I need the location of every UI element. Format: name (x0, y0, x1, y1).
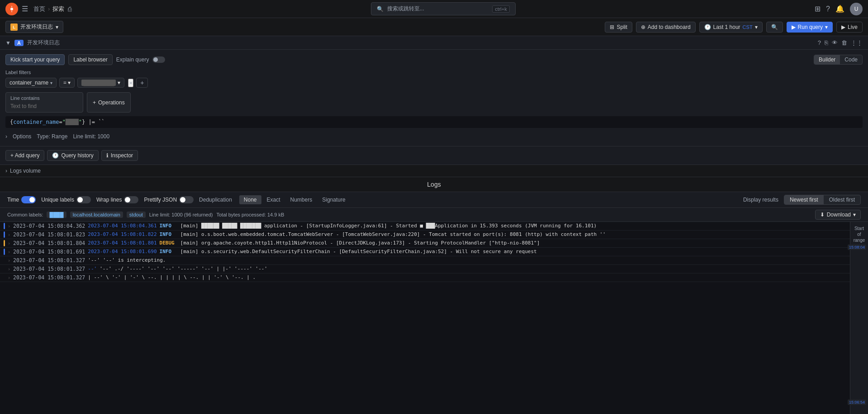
run-query-button[interactable]: ▶ Run query ▾ (787, 22, 833, 33)
code-tab[interactable]: Code (840, 55, 862, 64)
line-contains-label: Line contains (10, 95, 78, 101)
log-entry[interactable]: ›2023-07-04 15:08:01.327 '--' '--' is in… (0, 256, 850, 265)
log-body: '--' .-/ '----' '--' '--' '-----' '--' |… (100, 266, 846, 272)
newest-first-tab[interactable]: Newest first (784, 195, 824, 204)
query-header-right: ? ⎘ 👁 🗑 ⋮⋮ (818, 39, 863, 46)
bell-icon[interactable]: 🔔 (835, 5, 844, 13)
dedup-tab-none[interactable]: None (239, 195, 261, 204)
unique-labels-label: Unique labels (41, 197, 74, 203)
operations-button[interactable]: + Operations (87, 92, 131, 113)
log-expand-icon[interactable]: › (8, 224, 10, 229)
question-icon[interactable]: ? (826, 5, 830, 13)
share-icon[interactable]: ⎙ (68, 5, 71, 13)
operations-plus-icon: + (93, 99, 96, 106)
zoom-out-button[interactable]: 🔍 (766, 22, 783, 33)
add-query-button[interactable]: + Add query (5, 150, 44, 161)
query-actions: + Add query 🕐 Query history ℹ Inspector (0, 146, 868, 165)
builder-tab[interactable]: Builder (814, 55, 840, 64)
breadcrumb-explore[interactable]: 探索 (52, 5, 64, 13)
hamburger-icon[interactable]: ☰ (22, 5, 28, 13)
dedup-tab-exact[interactable]: Exact (262, 195, 285, 204)
log-marker (4, 257, 5, 263)
log-entry[interactable]: ›2023-07-04 15:08:01.327| --' \ '-' | '-… (0, 273, 850, 282)
live-button[interactable]: ▶ Live (836, 22, 863, 33)
options-line-limit: Line limit: 1000 (73, 133, 109, 140)
options-label: Options (13, 133, 31, 140)
log-entry[interactable]: ›2023-07-04 15:08:01.8042023-07-04 15:08… (0, 239, 850, 248)
filter-op-chevron: ▾ (68, 80, 71, 86)
query-datasource-name: 开发环境日志 (27, 39, 60, 47)
filter-key-tag[interactable]: container_name ▾ (5, 78, 57, 88)
time-range-selector[interactable]: 🕐 Last 1 hour CST ▾ (699, 22, 763, 33)
add-to-dashboard-button[interactable]: ⊕ Add to dashboard (636, 22, 696, 33)
kick-start-button[interactable]: Kick start your query (5, 54, 65, 65)
log-entry[interactable]: ›2023-07-04 15:08:01.327--' '--' .-/ '--… (0, 265, 850, 273)
log-entry[interactable]: ›2023-07-04 15:08:01.6912023-07-04 15:08… (0, 248, 850, 256)
log-level: DEBUG (160, 240, 178, 246)
builder-code-switch: Builder Code (814, 55, 863, 65)
copy-icon[interactable]: ⎘ (825, 39, 828, 46)
filter-add-button[interactable]: + (136, 78, 148, 88)
options-row: › Options Type: Range Line limit: 1000 (5, 132, 863, 141)
toolbar-right: ⊞ Split ⊕ Add to dashboard 🕐 Last 1 hour… (605, 22, 863, 33)
log-time: 2023-07-04 15:08:01.823 (13, 231, 85, 238)
logs-volume-header[interactable]: › Logs volume (5, 168, 863, 174)
wrap-lines-label: Wrap lines (96, 197, 122, 203)
log-expand-icon[interactable]: › (8, 258, 10, 263)
log-entry[interactable]: ›2023-07-04 15:08:04.3622023-07-04 15:08… (0, 222, 850, 231)
log-body: [main] org.apache.coyote.http11.Http11Ni… (180, 240, 846, 246)
split-button[interactable]: ⊞ Split (605, 22, 632, 33)
oldest-first-tab[interactable]: Oldest first (824, 195, 860, 204)
filter-value-text: ████████ (81, 80, 116, 86)
live-icon: ▶ (841, 24, 845, 30)
label-filters-label: Label filters (5, 70, 863, 75)
collapse-button[interactable]: ▼ (5, 40, 11, 46)
help-icon[interactable]: ? (818, 39, 821, 46)
query-label: A (14, 40, 24, 46)
download-button[interactable]: ⬇ Download ▾ (815, 210, 861, 220)
datasource-selector[interactable]: L 开发环境日志 ▾ (5, 21, 63, 33)
label-browser-button[interactable]: Label browser (68, 54, 112, 65)
filter-value-chevron: ▾ (118, 80, 120, 86)
meta-tag-3: stdout (127, 212, 146, 218)
search-box[interactable]: 🔍 搜索或跳转至... ctrl+k (371, 2, 516, 15)
query-builder: Kick start your query Label browser Expl… (0, 50, 868, 146)
label-filters-section: Label filters container_name ▾ = ▾ █████… (5, 70, 863, 88)
log-expand-icon[interactable]: › (8, 249, 10, 254)
datasource-name: 开发环境日志 (20, 23, 53, 31)
options-chevron[interactable]: › (5, 133, 7, 140)
time-toggle[interactable] (21, 196, 36, 203)
user-avatar[interactable]: U (850, 3, 863, 15)
wrap-lines-toggle[interactable] (124, 196, 138, 203)
log-entry[interactable]: ›2023-07-04 15:08:01.8232023-07-04 15:08… (0, 231, 850, 239)
unique-labels-toggle[interactable] (76, 196, 91, 203)
log-marker (4, 231, 5, 238)
log-expand-icon[interactable]: › (8, 241, 10, 246)
filter-remove-button[interactable]: × (128, 79, 133, 87)
logs-meta-right: ⬇ Download ▾ (815, 210, 861, 220)
trash-icon[interactable]: 🗑 (841, 39, 847, 46)
timeline-bar: Start of range 15:08:04 15:06:54 (850, 222, 868, 414)
text-to-find-input[interactable] (10, 103, 78, 109)
dedup-tab-signature[interactable]: Signature (318, 195, 350, 204)
query-history-button[interactable]: 🕐 Query history (47, 150, 98, 161)
explain-toggle[interactable] (152, 56, 165, 63)
prettify-json-toggle[interactable] (179, 196, 194, 203)
eye-icon[interactable]: 👁 (832, 39, 838, 46)
inspector-button[interactable]: ℹ Inspector (101, 150, 138, 161)
log-marker (4, 223, 5, 229)
breadcrumb-home[interactable]: 首页 (33, 5, 45, 13)
log-expand-icon[interactable]: › (8, 232, 10, 237)
filter-value-tag[interactable]: ████████ ▾ (77, 78, 124, 88)
clock-icon: 🕐 (704, 24, 711, 30)
dedup-tab-numbers[interactable]: Numbers (286, 195, 317, 204)
log-expand-icon[interactable]: › (8, 267, 10, 272)
more-icon[interactable]: ⋮⋮ (851, 39, 863, 46)
breadcrumb-separator: › (48, 5, 50, 12)
log-expand-icon[interactable]: › (8, 275, 10, 280)
common-labels-text: Common labels: (7, 212, 43, 217)
plus-icon[interactable]: ⊞ (815, 5, 821, 13)
log-body: [main] o.s.boot.web.embedded.tomcat.Tomc… (180, 231, 846, 237)
grafana-logo[interactable] (5, 3, 18, 15)
filter-op-tag[interactable]: = ▾ (59, 78, 75, 88)
